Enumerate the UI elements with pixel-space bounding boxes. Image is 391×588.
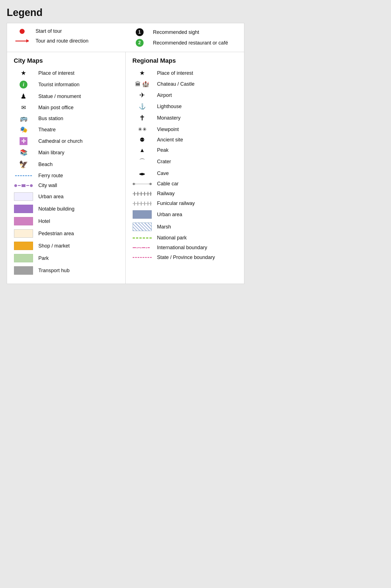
regional-funicular: Funicular railway xyxy=(132,200,237,206)
regional-intl-boundary: International boundary xyxy=(132,245,237,251)
regional-peak: ▲ Peak xyxy=(132,147,237,153)
national-park-label: National park xyxy=(157,235,187,241)
regional-viewpoint: ✳ ✳ Viewpoint xyxy=(132,126,237,132)
theatre-label: Theatre xyxy=(38,127,56,133)
regional-maps-panel: Regional Maps ★ Place of interest 🏛 🏰 Ch… xyxy=(126,52,244,284)
city-transport: Transport hub xyxy=(14,266,119,275)
library-label: Main library xyxy=(38,150,64,156)
city-statue: ♟ Statue / monument xyxy=(14,92,119,100)
city-tourist-info: i Tourist information xyxy=(14,81,119,88)
recommended-restaurant-label: Recommended restaurant or café xyxy=(153,40,228,46)
ancient-site-icon: ⚉ xyxy=(132,136,152,143)
monastery-label: Monastery xyxy=(157,115,181,121)
legend-title: Legend xyxy=(7,7,244,18)
cathedral-label: Cathedral or church xyxy=(38,138,83,144)
regional-national-park: National park xyxy=(132,235,237,241)
city-post-office: ✉ Main post office xyxy=(14,104,119,111)
city-beach: 🦅 Beach xyxy=(14,160,119,169)
regional-marsh: Marsh xyxy=(132,223,237,231)
crater-icon: ⌒ xyxy=(132,157,152,166)
statue-label: Statue / monument xyxy=(38,94,81,99)
num-1-icon: 1 xyxy=(131,28,148,36)
lighthouse-label: Lighthouse xyxy=(157,104,182,109)
marsh-label: Marsh xyxy=(157,224,171,230)
lighthouse-icon: ⚓ xyxy=(132,103,152,110)
monastery-icon: ✝ xyxy=(132,114,152,122)
regional-cave: 🕳 Cave xyxy=(132,170,237,177)
city-notable-building: Notable building xyxy=(14,205,119,213)
city-library: 📚 Main library xyxy=(14,149,119,156)
intl-boundary-label: International boundary xyxy=(157,245,207,251)
cave-label: Cave xyxy=(157,171,169,176)
state-boundary-label: State / Province boundary xyxy=(157,255,215,260)
regional-crater: ⌒ Crater xyxy=(132,157,237,166)
city-wall: City wall xyxy=(14,183,119,188)
regional-urban-icon xyxy=(132,210,152,219)
recommended-sight-label: Recommended sight xyxy=(153,29,199,35)
cable-car-label: Cable car xyxy=(157,181,179,187)
cave-icon: 🕳 xyxy=(132,170,152,177)
church-icon: ✛ xyxy=(14,137,33,145)
park-label: Park xyxy=(38,255,49,261)
city-star-icon: ★ xyxy=(14,69,33,77)
start-of-tour-label: Start of tour xyxy=(36,28,62,34)
city-shop: Shop / market xyxy=(14,242,119,250)
intl-boundary-icon xyxy=(132,247,152,248)
city-wall-icon xyxy=(14,184,33,187)
regional-railway: Railway xyxy=(132,191,237,197)
regional-cable-car: Cable car xyxy=(132,181,237,187)
crater-label: Crater xyxy=(157,159,171,165)
regional-state-boundary: State / Province boundary xyxy=(132,255,237,260)
num-2-icon: 2 xyxy=(131,39,148,47)
tour-direction-label: Tour and route direction xyxy=(36,38,88,44)
top-section: Start of tour Tour and route direction 1… xyxy=(7,23,244,52)
city-hotel: Hotel xyxy=(14,217,119,225)
castle-icon: 🏛 🏰 xyxy=(132,81,152,87)
pedestrian-label: Pedestrian area xyxy=(38,231,74,237)
beach-label: Beach xyxy=(38,162,53,167)
city-place-label: Place of interest xyxy=(38,70,74,76)
peak-icon: ▲ xyxy=(132,147,152,153)
city-cathedral: ✛ Cathedral or church xyxy=(14,137,119,145)
bus-icon: 🚌 xyxy=(14,115,33,122)
shop-label: Shop / market xyxy=(38,243,70,249)
viewpoint-icon: ✳ ✳ xyxy=(132,126,152,132)
regional-urban-area: Urban area xyxy=(132,210,237,219)
library-icon: 📚 xyxy=(14,149,33,156)
castle-label: Chateau / Castle xyxy=(157,81,195,87)
theatre-icon: 🎭 xyxy=(14,126,33,133)
cable-car-icon xyxy=(132,183,152,185)
city-maps-panel: City Maps ★ Place of interest i Tourist … xyxy=(7,52,126,284)
post-office-label: Main post office xyxy=(38,105,74,111)
regional-place-of-interest: ★ Place of interest xyxy=(132,69,237,77)
recommended-restaurant-row: 2 Recommended restaurant or café xyxy=(131,39,238,47)
marsh-icon xyxy=(132,223,152,231)
railway-label: Railway xyxy=(157,191,175,197)
red-dot-icon xyxy=(14,29,31,34)
city-wall-label: City wall xyxy=(38,183,57,188)
notable-building-icon xyxy=(14,205,33,213)
city-theatre: 🎭 Theatre xyxy=(14,126,119,133)
regional-urban-label: Urban area xyxy=(157,212,182,218)
regional-star-icon: ★ xyxy=(132,69,152,77)
recommended-sight-row: 1 Recommended sight xyxy=(131,28,238,36)
pedestrian-area-icon xyxy=(14,229,33,238)
city-ferry: Ferry route xyxy=(14,173,119,179)
funicular-label: Funicular railway xyxy=(157,200,195,206)
ancient-site-label: Ancient site xyxy=(157,137,183,143)
airport-label: Airport xyxy=(157,92,172,98)
tour-direction-row: Tour and route direction xyxy=(14,38,120,44)
transport-hub-icon xyxy=(14,266,33,275)
ferry-label: Ferry route xyxy=(38,173,63,179)
info-circle-icon: i xyxy=(14,81,33,88)
urban-area-label: Urban area xyxy=(38,194,64,200)
notable-building-label: Notable building xyxy=(38,206,74,212)
regional-castle: 🏛 🏰 Chateau / Castle xyxy=(132,81,237,87)
airport-icon: ✈ xyxy=(132,91,152,99)
city-place-of-interest: ★ Place of interest xyxy=(14,69,119,77)
regional-monastery: ✝ Monastery xyxy=(132,114,237,122)
railway-icon xyxy=(132,192,152,196)
state-boundary-icon xyxy=(132,257,152,258)
mail-icon: ✉ xyxy=(14,104,33,111)
regional-airport: ✈ Airport xyxy=(132,91,237,99)
